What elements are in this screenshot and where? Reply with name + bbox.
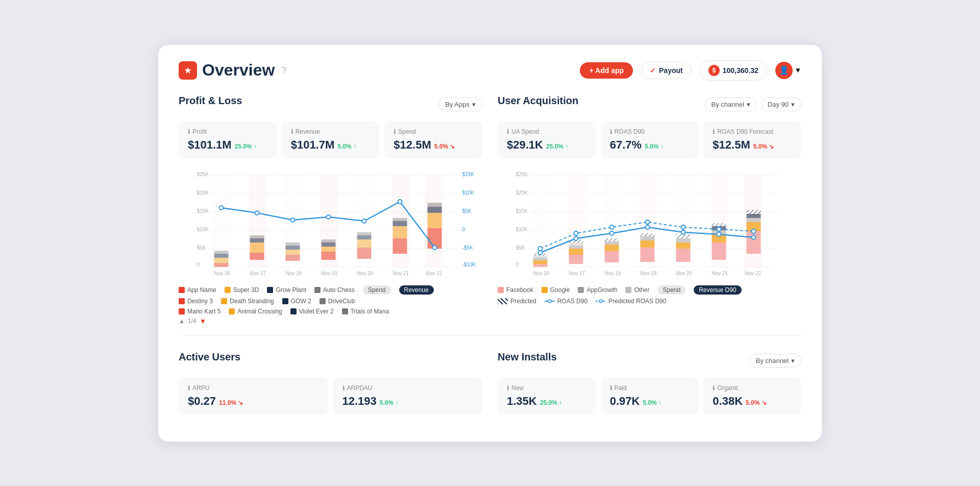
organic-info-icon: ℹ — [713, 384, 715, 392]
legend-appgrowth-label: AppGrowth — [586, 286, 617, 294]
by-channel-label: By channel — [711, 101, 744, 108]
svg-rect-58 — [392, 174, 410, 267]
organic-badge: 5.0% ↘ — [746, 399, 767, 406]
spend-ua-tag[interactable]: Spend — [657, 285, 685, 295]
spend-metric: ℹ Spend $12.5M 5.0% ↘ — [384, 121, 482, 159]
profit-loss-section: Profit & Loss By Apps ▾ ℹ Profit $101.1M — [179, 95, 482, 325]
add-app-button[interactable]: + Add app — [580, 62, 633, 79]
new-installs-title: New Installs — [498, 351, 557, 363]
spend-tag[interactable]: Spend — [363, 285, 391, 295]
svg-text:$15K: $15K — [462, 172, 475, 177]
legend-facebook-label: Facebook — [506, 286, 533, 294]
svg-rect-109 — [641, 236, 655, 240]
svg-rect-99 — [569, 249, 583, 255]
day90-button[interactable]: Day 90 ▾ — [761, 98, 801, 111]
svg-point-65 — [398, 200, 402, 204]
spend-value: $12.5M 5.0% ↘ — [394, 138, 473, 152]
facebook-color — [498, 287, 504, 293]
svg-rect-122 — [747, 218, 761, 222]
mariokart-color — [179, 308, 185, 314]
revenue-d90-tag[interactable]: Revenue D90 — [694, 285, 741, 295]
ua-chart: $25K $20K $15K $10K $5K 0 Nov 16 Nov 17 — [498, 167, 801, 279]
appgrowth-color — [578, 287, 584, 293]
svg-text:$15K: $15K — [197, 208, 209, 214]
svg-point-131 — [717, 232, 721, 236]
day90-label: Day 90 — [768, 101, 789, 108]
legend-google-label: Google — [550, 286, 570, 294]
pagination: ▲ 1/4 ▼ — [179, 317, 482, 325]
by-apps-button[interactable]: By Apps ▾ — [438, 98, 482, 111]
logo-icon: ★ — [179, 61, 197, 80]
svg-point-62 — [291, 218, 295, 222]
legend-item: Destiny 3 — [179, 298, 213, 305]
bottom-grid: Active Users ℹ ARPU $0.27 11.0% ↘ ℹ — [179, 351, 801, 421]
svg-text:-$5K: -$5K — [462, 245, 473, 251]
user-acquisition-section: User Acquisition By channel ▾ Day 90 ▾ ℹ — [498, 95, 801, 325]
legend-item: Death Stranding — [221, 298, 274, 305]
svg-point-63 — [327, 215, 331, 219]
paid-value: 0.97K 5.0% ↑ — [610, 395, 690, 408]
by-channel-button[interactable]: By channel ▾ — [704, 98, 756, 111]
profit-loss-chart: $25K $20K $15K $10K $5K 0 $15K $10K $5K … — [179, 167, 482, 279]
revenue-tag[interactable]: Revenue — [399, 285, 434, 295]
ua-title: User Acquisition — [498, 95, 578, 107]
google-color — [542, 287, 548, 293]
balance-value: 100,360.32 — [723, 66, 758, 75]
svg-text:$10K: $10K — [197, 227, 209, 232]
legend-other-label: Other — [634, 286, 649, 294]
svg-point-60 — [219, 206, 224, 210]
svg-rect-113 — [676, 238, 691, 242]
svg-text:$20K: $20K — [516, 190, 528, 196]
svg-rect-94 — [533, 260, 548, 264]
new-info-icon: ℹ — [507, 384, 509, 392]
legend-gow2: GOW 2 — [291, 298, 311, 305]
arpdau-info-icon: ℹ — [342, 384, 345, 392]
svg-rect-120 — [747, 231, 761, 254]
help-icon[interactable]: ? — [282, 66, 286, 75]
revenue-badge: 5.0% ↑ — [337, 143, 356, 150]
ua-legend-2: Predicted ROAS D90 Predicted ROAS D90 — [498, 298, 801, 305]
super3d-color — [225, 287, 231, 293]
new-installs-filter-button[interactable]: By channel ▾ — [749, 354, 801, 368]
svg-rect-108 — [641, 240, 655, 248]
svg-text:Nov 17: Nov 17 — [250, 271, 266, 276]
svg-text:$10K: $10K — [516, 227, 528, 232]
svg-rect-123 — [747, 214, 761, 218]
arpu-value: $0.27 11.0% ↘ — [188, 395, 319, 408]
svg-point-138 — [717, 227, 721, 231]
ua-svg: $25K $20K $15K $10K $5K 0 Nov 16 Nov 17 — [498, 167, 801, 279]
revenue-value: $101.7M 5.0% ↑ — [291, 138, 371, 152]
svg-text:$5K: $5K — [197, 245, 206, 251]
profit-label: ℹ Profit — [188, 128, 267, 135]
by-channel-chevron: ▾ — [747, 101, 750, 108]
avatar: 👤 — [775, 62, 793, 79]
roas-d90-value: 67.7% 5.0% ↑ — [610, 138, 690, 152]
arpdau-value: 12.193 5.0% ↑ — [342, 395, 474, 408]
svg-text:$15K: $15K — [516, 208, 528, 214]
predicted-roas-line-icon — [596, 298, 606, 304]
payout-button[interactable]: ✓ Payout — [641, 62, 692, 79]
roas-forecast-label: ℹ ROAS D90 Forecast — [713, 128, 792, 135]
svg-rect-119 — [712, 223, 726, 226]
arpu-metric: ℹ ARPU $0.27 11.0% ↘ — [179, 377, 328, 415]
svg-rect-54 — [249, 174, 267, 267]
profit-info-icon: ℹ — [188, 128, 190, 135]
legend-predicted-roas-label: Predicted ROAS D90 — [608, 298, 666, 305]
svg-text:Nov 17: Nov 17 — [569, 271, 585, 276]
down-arrow-button[interactable]: ▼ — [200, 317, 207, 325]
svg-rect-105 — [605, 241, 619, 245]
header-left: ★ Overview ? — [179, 61, 286, 80]
day90-chevron: ▾ — [791, 101, 795, 108]
svg-point-136 — [646, 220, 650, 224]
avatar-button[interactable]: 👤 ▼ — [775, 62, 801, 79]
legend-roas-d90: ROAS D90 — [545, 298, 587, 305]
up-arrow-icon: ▲ — [179, 318, 185, 325]
svg-text:Nov 21: Nov 21 — [393, 271, 409, 276]
profit-loss-legend: App Name Super 3D Grow Plant Auto Chess … — [179, 285, 482, 295]
active-users-header: Active Users — [179, 351, 482, 370]
legend-grow-plant: Grow Plant — [276, 286, 306, 294]
death-stranding-color — [221, 298, 227, 304]
gow2-color — [282, 298, 288, 304]
paid-badge: 5.0% ↑ — [643, 399, 662, 406]
spend-info-icon: ℹ — [394, 128, 396, 135]
